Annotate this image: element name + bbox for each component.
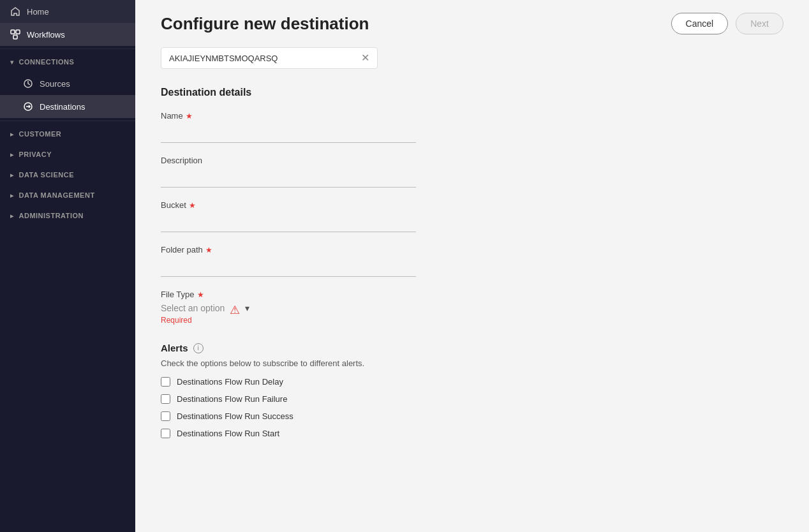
svg-rect-2 [13, 35, 17, 39]
alerts-section: Alerts i Check the options below to subs… [161, 343, 783, 438]
clear-search-button[interactable]: ✕ [361, 53, 369, 63]
folder-path-required-star: ★ [205, 246, 212, 255]
file-type-form-group: File Type ★ Select an option Required ⚠ … [161, 290, 783, 325]
bucket-label: Bucket ★ [161, 200, 783, 210]
alert-failure-checkbox[interactable] [161, 394, 170, 404]
file-type-label: File Type ★ [161, 290, 783, 299]
sidebar-section-data-management[interactable]: ▸ DATA MANAGEMENT [0, 185, 135, 205]
alert-start-label: Destinations Flow Run Start [177, 429, 279, 438]
sidebar-item-destinations[interactable]: Destinations [0, 95, 135, 118]
name-label: Name ★ [161, 111, 783, 121]
sidebar-destinations-label: Destinations [40, 102, 85, 112]
sidebar-section-administration[interactable]: ▸ ADMINISTRATION [0, 205, 135, 226]
sidebar: Home Workflows ▾ CONNECTIONS Sources [0, 0, 135, 532]
alerts-title: Alerts [161, 343, 188, 353]
sidebar-sources-label: Sources [40, 79, 70, 89]
cancel-button[interactable]: Cancel [671, 13, 729, 34]
alert-success-checkbox[interactable] [161, 411, 170, 421]
description-label: Description [161, 156, 783, 165]
sidebar-section-customer[interactable]: ▸ CUSTOMER [0, 124, 135, 144]
alerts-description: Check the options below to subscribe to … [161, 358, 783, 368]
name-input[interactable] [161, 124, 416, 143]
sidebar-privacy-label: PRIVACY [19, 151, 52, 158]
search-bar: ✕ [161, 47, 378, 69]
sidebar-item-workflows[interactable]: Workflows [0, 23, 135, 46]
sidebar-administration-label: ADMINISTRATION [19, 212, 84, 219]
next-button[interactable]: Next [736, 13, 783, 34]
warning-icon: ⚠ [230, 303, 240, 317]
search-input[interactable] [169, 54, 361, 63]
main-content: Configure new destination Cancel Next ✕ … [135, 0, 809, 532]
bucket-required-star: ★ [189, 201, 196, 210]
alert-success-item: Destinations Flow Run Success [161, 411, 783, 421]
customer-chevron-icon: ▸ [10, 131, 14, 138]
file-type-placeholder[interactable]: Select an option [161, 303, 225, 313]
sidebar-connections-label: CONNECTIONS [19, 58, 75, 66]
svg-rect-1 [16, 30, 20, 34]
destination-details-title: Destination details [161, 87, 783, 98]
file-type-required-star: ★ [197, 290, 204, 299]
sidebar-data-management-label: DATA MANAGEMENT [19, 191, 95, 199]
file-type-required-text: Required [161, 316, 225, 325]
alert-delay-item: Destinations Flow Run Delay [161, 377, 783, 387]
bucket-form-group: Bucket ★ [161, 200, 783, 232]
description-input[interactable] [161, 169, 416, 188]
dropdown-cursor: ▾ [245, 303, 249, 313]
file-type-row: Select an option Required ⚠ ▾ [161, 303, 783, 325]
alert-failure-item: Destinations Flow Run Failure [161, 394, 783, 404]
name-form-group: Name ★ [161, 111, 783, 143]
bucket-input[interactable] [161, 214, 416, 232]
sidebar-customer-label: CUSTOMER [19, 130, 62, 138]
sidebar-item-home[interactable]: Home [0, 0, 135, 23]
sidebar-divider-1 [0, 48, 135, 49]
name-required-star: ★ [186, 112, 193, 121]
sources-icon [23, 78, 33, 89]
destinations-icon [23, 101, 33, 112]
sidebar-section-connections[interactable]: ▾ CONNECTIONS [0, 52, 135, 72]
page-header: Configure new destination Cancel Next [135, 0, 809, 47]
alert-success-label: Destinations Flow Run Success [177, 411, 293, 421]
sidebar-home-label: Home [27, 7, 49, 17]
privacy-chevron-icon: ▸ [10, 151, 14, 158]
alert-start-checkbox[interactable] [161, 429, 170, 438]
administration-chevron-icon: ▸ [10, 212, 14, 219]
alert-delay-checkbox[interactable] [161, 377, 170, 387]
connections-chevron-icon: ▾ [10, 59, 14, 66]
workflows-icon [10, 29, 20, 40]
sidebar-section-privacy[interactable]: ▸ PRIVACY [0, 144, 135, 165]
sidebar-section-data-science[interactable]: ▸ DATA SCIENCE [0, 165, 135, 185]
alerts-info-icon[interactable]: i [193, 343, 204, 353]
folder-path-input[interactable] [161, 258, 416, 277]
page-title: Configure new destination [161, 14, 369, 34]
alert-failure-label: Destinations Flow Run Failure [177, 394, 287, 404]
alert-start-item: Destinations Flow Run Start [161, 429, 783, 438]
sidebar-workflows-label: Workflows [27, 30, 65, 40]
description-form-group: Description [161, 156, 783, 188]
sidebar-item-sources[interactable]: Sources [0, 72, 135, 95]
folder-path-label: Folder path ★ [161, 245, 783, 255]
alerts-header: Alerts i [161, 343, 783, 353]
sidebar-divider-2 [0, 121, 135, 121]
home-icon [10, 6, 20, 17]
destination-details-section: Destination details Name ★ Description B… [161, 87, 783, 325]
data-science-chevron-icon: ▸ [10, 172, 14, 179]
sidebar-data-science-label: DATA SCIENCE [19, 171, 74, 179]
header-buttons: Cancel Next [671, 13, 783, 34]
folder-path-form-group: Folder path ★ [161, 245, 783, 277]
svg-rect-0 [11, 30, 15, 34]
file-type-select-area: Select an option Required [161, 303, 225, 325]
content-area: ✕ Destination details Name ★ Description [135, 47, 809, 471]
data-management-chevron-icon: ▸ [10, 192, 14, 199]
alert-delay-label: Destinations Flow Run Delay [177, 377, 283, 387]
